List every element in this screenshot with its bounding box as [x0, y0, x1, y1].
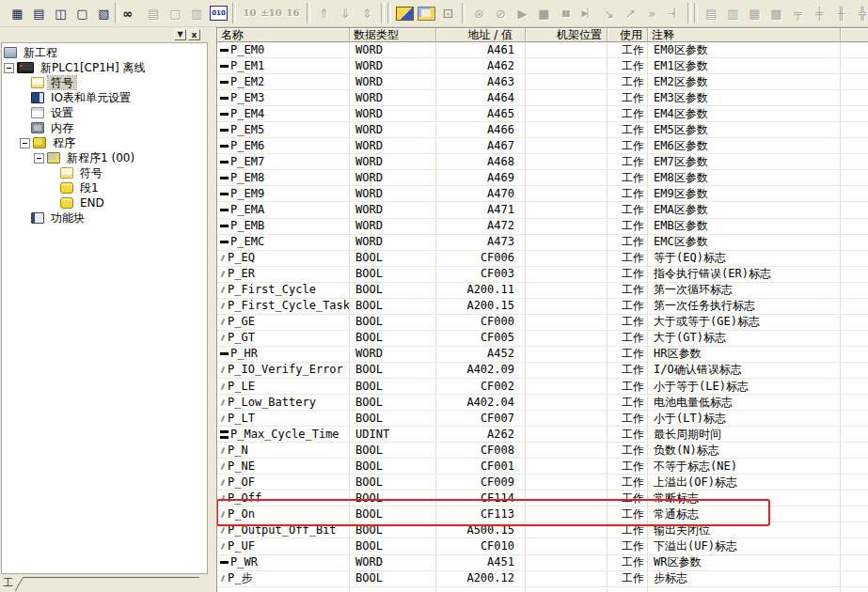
table-row[interactable]: P_EMAWORDA471工作EMA区参数	[217, 202, 868, 218]
tree-item[interactable]: 新程序1 (00)	[2, 150, 207, 165]
table-row[interactable]: P_LTBOOLCF007工作小于(LT)标志	[217, 411, 868, 427]
cell-extra	[841, 587, 868, 592]
table-row[interactable]: P_Output_Off_BitBOOLA500.15工作输出关闭位	[217, 522, 868, 538]
cell-usage: 工作	[608, 90, 648, 106]
tree-item[interactable]: 新PLC1[CP1H] 离线	[2, 60, 207, 75]
mnemonic-view-icon[interactable]: ▤	[25, 3, 47, 23]
table-row[interactable]: P_步BOOLA200.12工作步标志	[217, 571, 868, 587]
table-row[interactable]: P_UFBOOLCF010工作下溢出(UF)标志	[217, 538, 868, 554]
column-header-usage[interactable]: 使用	[608, 28, 648, 42]
cell-type: WORD	[350, 106, 436, 122]
tree-item[interactable]: 新工程	[2, 45, 207, 60]
workspace-dropdown-button[interactable]: ▼	[174, 29, 186, 40]
cell-usage: 工作	[608, 331, 648, 347]
cell-comment: 最长周期时间	[648, 427, 841, 443]
table-row[interactable]: P_IO_Verify_ErrorBOOLA402.09工作I/O确认错误标志	[217, 363, 868, 379]
word-type-icon	[220, 129, 229, 132]
column-header-comment[interactable]: 注释	[648, 28, 841, 42]
table-row[interactable]: P_EM9WORDA470工作EM9区参数	[217, 186, 868, 202]
cell-usage: 工作	[608, 411, 648, 427]
table-row[interactable]: P_NEBOOLCF001工作不等于标志(NE)	[217, 459, 868, 475]
table-row[interactable]: P_EM8WORDA469工作EM8区参数	[217, 170, 868, 186]
binary-display-icon[interactable]: 010	[210, 6, 228, 21]
table-row[interactable]: P_Low_BatteryBOOLA402.04工作电池电量低标志	[217, 395, 868, 411]
column-header-rack[interactable]: 机架位置	[526, 28, 608, 42]
cell-rack	[526, 42, 608, 58]
ladder-coil-close-icon: ╬	[852, 3, 868, 23]
table-row[interactable]: P_EM5WORDA466工作EM5区参数	[217, 122, 868, 138]
table-row[interactable]: P_EMBWORDA472工作EMB区参数	[217, 219, 868, 235]
table-row[interactable]: P_WRWORDA451工作WR区参数	[217, 555, 868, 571]
options-window-icon[interactable]: ⊡	[437, 3, 459, 23]
table-row[interactable]: P_EMCWORDA473工作EMC区参数	[217, 235, 868, 251]
table-row[interactable]: P_Max_Cycle_TimeUDINTA262工作最长周期时间	[217, 427, 868, 443]
project-workspace-panel: ▼ x 新工程新PLC1[CP1H] 离线符号IO表和单元设置设置内存程序新程序…	[0, 27, 209, 592]
ladder-view-icon[interactable]: ▦	[4, 3, 25, 23]
work-online-icon[interactable]	[396, 7, 414, 21]
tree-item[interactable]: END	[2, 195, 207, 210]
properties-icon[interactable]: ▧	[90, 3, 112, 23]
tree-item[interactable]: 符号	[2, 165, 207, 180]
column-header-address[interactable]: 地址 / 值	[436, 28, 526, 42]
cell-comment: EM8区参数	[648, 170, 841, 186]
table-row[interactable]: P_EM2WORDA463工作EM2区参数	[217, 74, 868, 90]
workspace-close-button[interactable]: x	[188, 29, 200, 40]
column-header-extra[interactable]	[841, 28, 868, 42]
table-row[interactable]: P_EM0WORDA461工作EM0区参数	[217, 42, 868, 58]
column-header-name[interactable]: 名称	[217, 28, 350, 42]
tree-item[interactable]: 内存	[2, 120, 207, 135]
section-window-icon[interactable]: ▢	[69, 3, 90, 23]
tree-item[interactable]: 符号	[2, 75, 207, 90]
table-row[interactable]: P_NBOOLCF008工作负数(N)标志	[217, 443, 868, 459]
table-row[interactable]: P_EM1WORDA462工作EM1区参数	[217, 58, 868, 74]
panel-splitter[interactable]	[209, 27, 216, 592]
monitor-mode-icon[interactable]	[418, 7, 435, 21]
table-row[interactable]: P_EM4WORDA465工作EM4区参数	[217, 106, 868, 122]
tree-item[interactable]: 功能块	[2, 210, 207, 226]
table-row[interactable]: P_EM3WORDA464工作EM3区参数	[217, 90, 868, 106]
cell-comment: 电池电量低标志	[648, 395, 841, 411]
cell-extra	[841, 251, 868, 267]
cell-extra	[841, 90, 868, 106]
tree-item-label: 功能块	[48, 211, 87, 225]
cell-rack	[526, 186, 608, 202]
table-row[interactable]: P_EM6WORDA467工作EM6区参数	[217, 138, 868, 154]
transfer-tools: ⇑⇓⇕	[313, 3, 378, 23]
bool-type-icon	[219, 573, 226, 584]
table-row[interactable]: P_EM7WORDA468工作EM7区参数	[217, 154, 868, 170]
table-row[interactable]: P_HRWORDA452工作HR区参数	[217, 347, 868, 363]
cell-name: P_EM8	[217, 170, 350, 186]
tree-item[interactable]: 设置	[2, 105, 207, 120]
tree-expander[interactable]	[20, 138, 30, 148]
symbol-table-view-icon[interactable]: ◫	[47, 3, 69, 23]
table-row[interactable]: P_GEBOOLCF000工作大于或等于(GE)标志	[217, 315, 868, 331]
compare-with-plc-icon: ⇕	[356, 3, 378, 23]
table-row[interactable]: P_First_CycleBOOLA200.11工作第一次循环标志	[217, 283, 868, 299]
cell-name: P_Max_Cycle_Time	[217, 427, 350, 443]
project-tab[interactable]: 工程	[2, 574, 203, 591]
column-header-type[interactable]: 数据类型	[350, 28, 436, 42]
cell-extra	[841, 331, 868, 347]
cell-extra	[841, 491, 868, 506]
cell-usage: 工作	[608, 235, 648, 251]
table-row[interactable]: P_EQBOOLCF006工作等于(EQ)标志	[217, 251, 868, 267]
tree-item-label: IO表和单元设置	[48, 91, 134, 104]
tree-expander[interactable]	[34, 153, 44, 164]
table-row[interactable]: P_ERBOOLCF003工作指令执行错误(ER)标志	[217, 267, 868, 283]
cell-comment: 大于(GT)标志	[648, 331, 841, 347]
tree-item[interactable]: IO表和单元设置	[2, 90, 207, 105]
tree-item[interactable]: 程序	[2, 135, 207, 150]
table-row[interactable]: P_First_Cycle_TaskBOOLA200.15工作第一次任务执行标志	[217, 299, 868, 315]
table-row[interactable]: P_LEBOOLCF002工作小于等于(LE)标志	[217, 379, 868, 395]
cell-rack	[526, 58, 608, 74]
table-row[interactable]: P_GTBOOLCF005工作大于(GT)标志	[217, 331, 868, 347]
tree-item[interactable]: 段1	[2, 180, 207, 195]
memory-transfer-icon: ▩	[765, 3, 787, 23]
cell-name: P_First_Cycle_Task	[217, 299, 350, 315]
cell-type: BOOL	[350, 299, 436, 315]
table-row[interactable]: P_OFBOOLCF009工作上溢出(OF)标志	[217, 475, 868, 491]
table-row[interactable]: P_OnBOOLCF113工作常通标志	[217, 506, 868, 522]
table-row[interactable]: P_OffBOOLCF114工作常断标志	[217, 491, 868, 506]
find-icon[interactable]: ∞	[121, 3, 143, 23]
tree-expander[interactable]	[4, 63, 14, 73]
